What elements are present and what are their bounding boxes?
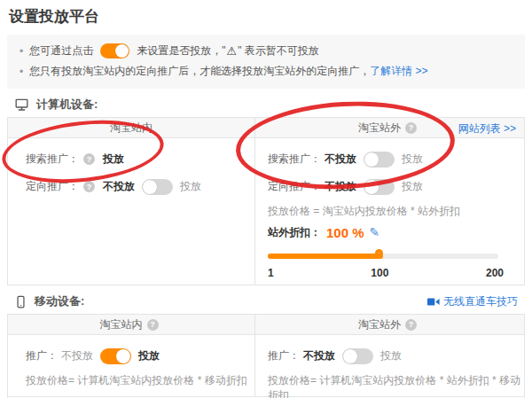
computer-icon	[14, 98, 29, 112]
outside-price-formula: 投放价格 = 淘宝站内投放价格 * 站外折扣	[268, 204, 524, 219]
help-icon[interactable]: ?	[405, 122, 417, 134]
notice-1-end: " 表示暂不可投放	[238, 43, 319, 59]
computer-panel-body: 搜索推广： ? 投放 定向推广： ? 不投放 投放 搜索推广： 不投放 投放 定…	[8, 138, 524, 285]
computer-outside-target-toggle[interactable]	[364, 179, 395, 195]
computer-inside-header-label: 淘宝站内	[110, 121, 153, 136]
computer-section-header: 计算机设备:	[14, 97, 525, 113]
computer-outside-cell: 搜索推广： 不投放 投放 定向推广： 不投放 投放 投放价格 = 淘宝站内投放价…	[255, 138, 524, 285]
computer-section-title: 计算机设备:	[36, 97, 98, 113]
target-promo-label: 定向推广：	[268, 179, 321, 194]
mobile-outside-formula: 投放价格= 计算机淘宝站内投放价格 * 站外折扣 * 移动折扣	[268, 373, 524, 388]
notice-line-2: • 您只有投放淘宝站内的定向推广后，才能选择投放淘宝站外的定向推广， 了解详情 …	[18, 61, 514, 82]
outside-slider-scale: 1 100 200	[268, 267, 504, 279]
computer-inside-target-row: 定向推广： ? 不投放 投放	[26, 173, 254, 200]
computer-outside-search-row: 搜索推广： 不投放 投放	[268, 145, 524, 173]
target-promo-after: 投放	[180, 179, 201, 194]
toggle-knob	[116, 349, 130, 363]
outside-discount-label: 站外折扣：	[268, 225, 321, 240]
site-list-link[interactable]: 网站列表 >>	[458, 121, 516, 137]
mobile-panel-header: 淘宝站内 ? 淘宝站外 ?	[8, 315, 524, 335]
toggle-knob	[364, 152, 379, 167]
computer-outside-target-row: 定向推广： 不投放 投放	[268, 173, 524, 200]
outside-discount-value: 100 %	[326, 225, 364, 240]
notice-box: • 您可通过点击 来设置是否投放，" ⚠ " 表示暂不可投放 • 您只有投放淘宝…	[7, 35, 525, 89]
search-promo-label: 搜索推广：	[268, 152, 321, 167]
warning-icon: ⚠	[226, 44, 237, 58]
target-promo-state: 不投放	[103, 179, 135, 194]
scale-mid: 100	[371, 267, 388, 279]
computer-inside-search-row: 搜索推广： ? 投放	[26, 145, 254, 173]
wireless-tips-link[interactable]: 无线直通车技巧	[443, 294, 518, 309]
mobile-inside-header: 淘宝站内 ?	[8, 315, 255, 334]
mobile-panel-body: 推广： 不投放 投放 投放价格= 计算机淘宝站内投放价格 * 移动折扣 推广： …	[8, 335, 524, 396]
search-promo-state: 投放	[103, 152, 124, 167]
target-promo-state: 不投放	[325, 179, 356, 194]
mobile-phone-icon	[14, 294, 27, 309]
toggle-knob	[115, 44, 129, 58]
mobile-inside-cell: 推广： 不投放 投放 投放价格= 计算机淘宝站内投放价格 * 移动折扣	[8, 335, 255, 396]
help-icon[interactable]: ?	[405, 319, 417, 331]
mobile-outside-promo-toggle[interactable]	[342, 348, 373, 364]
mobile-outside-header: 淘宝站外 ?	[255, 315, 524, 334]
promo-label: 推广：	[268, 348, 300, 363]
outside-discount-slider[interactable]	[268, 249, 498, 263]
mobile-inside-formula: 投放价格= 计算机淘宝站内投放价格 * 移动折扣	[26, 373, 254, 388]
computer-panel-header: 淘宝站内 淘宝站外 ? 网站列表 >>	[8, 118, 524, 138]
computer-outside-search-toggle[interactable]	[364, 152, 395, 168]
search-promo-state: 不投放	[325, 152, 356, 167]
computer-outside-header: 淘宝站外 ? 网站列表 >>	[255, 118, 524, 137]
mobile-inside-promo-toggle[interactable]	[100, 348, 131, 364]
outside-discount-row: 站外折扣： 100 % ✎	[268, 222, 524, 243]
notice-2-text: 您只有投放淘宝站内的定向推广后，才能选择投放淘宝站外的定向推广，	[29, 64, 370, 79]
target-promo-after: 投放	[402, 179, 423, 194]
notice-1-pre: 您可通过点击	[29, 43, 93, 59]
mobile-panel: 淘宝站内 ? 淘宝站外 ? 推广： 不投放 投放 投放价格= 计算机淘宝站内投放…	[7, 314, 525, 398]
computer-inside-header: 淘宝站内	[8, 118, 255, 137]
promo-label: 推广：	[26, 348, 58, 363]
page-title: 设置投放平台	[9, 6, 532, 27]
mobile-inside-header-label: 淘宝站内	[100, 317, 143, 332]
target-promo-label: 定向推广：	[26, 179, 79, 194]
bullet-icon: •	[20, 66, 23, 78]
slider-handle[interactable]	[375, 249, 383, 257]
example-toggle[interactable]	[100, 43, 129, 59]
promo-state: 不投放	[61, 348, 93, 363]
learn-more-link[interactable]: 了解详情 >>	[370, 64, 427, 79]
toggle-knob	[143, 180, 157, 194]
promo-after: 投放	[380, 348, 402, 363]
bullet-icon: •	[20, 45, 23, 58]
notice-line-1: • 您可通过点击 来设置是否投放，" ⚠ " 表示暂不可投放	[18, 41, 514, 61]
computer-inside-cell: 搜索推广： ? 投放 定向推广： ? 不投放 投放	[8, 138, 255, 285]
mobile-outside-promo-row: 推广： 不投放 投放	[268, 342, 524, 370]
edit-pencil-icon[interactable]: ✎	[370, 225, 380, 239]
help-icon[interactable]: ?	[83, 153, 95, 165]
slider-fill	[268, 254, 383, 259]
computer-panel: 淘宝站内 淘宝站外 ? 网站列表 >> 搜索推广： ? 投放 定向推广： ? 不…	[7, 117, 525, 285]
notice-1-mid: 来设置是否投放，"	[137, 43, 225, 59]
scale-max: 200	[486, 267, 504, 279]
mobile-outside-header-label: 淘宝站外	[358, 317, 401, 332]
search-promo-after: 投放	[402, 152, 423, 167]
computer-inside-target-toggle[interactable]	[142, 179, 173, 195]
toggle-knob	[364, 180, 379, 194]
help-icon[interactable]: ?	[147, 319, 159, 331]
mobile-inside-promo-row: 推广： 不投放 投放	[26, 342, 254, 370]
promo-state: 不投放	[303, 348, 335, 363]
promo-after: 投放	[138, 348, 160, 363]
mobile-section-title: 移动设备:	[35, 293, 84, 309]
mobile-section-header: 移动设备: 无线直通车技巧	[14, 293, 525, 309]
search-promo-label: 搜索推广：	[26, 152, 79, 167]
help-icon[interactable]: ?	[83, 181, 95, 192]
scale-min: 1	[268, 267, 274, 279]
mobile-outside-cell: 推广： 不投放 投放 投放价格= 计算机淘宝站内投放价格 * 站外折扣 * 移动…	[255, 335, 524, 396]
computer-outside-header-label: 淘宝站外	[358, 121, 401, 136]
toggle-knob	[343, 349, 357, 363]
video-camera-icon	[427, 297, 440, 307]
wireless-tips[interactable]: 无线直通车技巧	[427, 294, 518, 309]
